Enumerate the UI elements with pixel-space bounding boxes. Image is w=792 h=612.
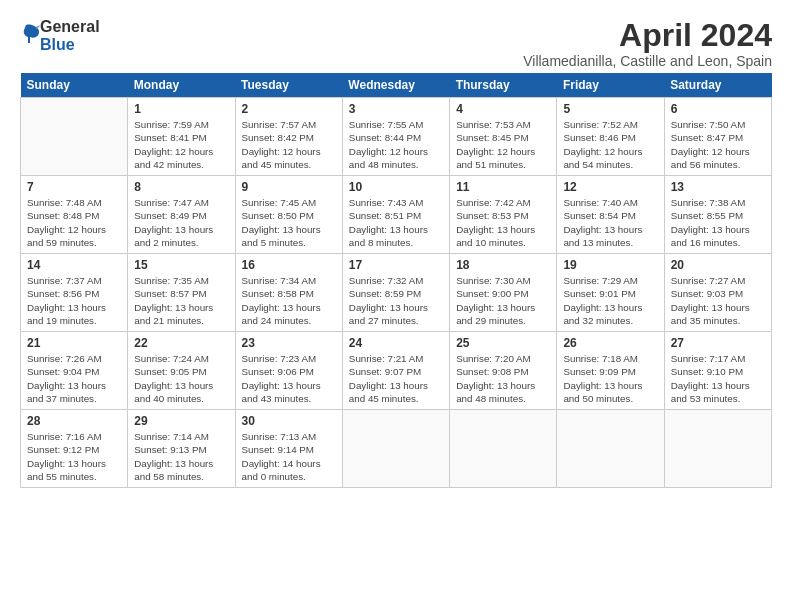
- calendar-cell: 15Sunrise: 7:35 AM Sunset: 8:57 PM Dayli…: [128, 254, 235, 332]
- day-number: 22: [134, 336, 228, 350]
- logo: General Blue: [20, 18, 100, 53]
- header-cell-saturday: Saturday: [664, 73, 771, 98]
- day-number: 7: [27, 180, 121, 194]
- week-row: 21Sunrise: 7:26 AM Sunset: 9:04 PM Dayli…: [21, 332, 772, 410]
- day-info: Sunrise: 7:14 AM Sunset: 9:13 PM Dayligh…: [134, 430, 228, 483]
- day-info: Sunrise: 7:43 AM Sunset: 8:51 PM Dayligh…: [349, 196, 443, 249]
- day-info: Sunrise: 7:13 AM Sunset: 9:14 PM Dayligh…: [242, 430, 336, 483]
- day-info: Sunrise: 7:17 AM Sunset: 9:10 PM Dayligh…: [671, 352, 765, 405]
- logo-bird-icon: [22, 23, 40, 45]
- day-number: 27: [671, 336, 765, 350]
- day-number: 11: [456, 180, 550, 194]
- calendar-cell: 24Sunrise: 7:21 AM Sunset: 9:07 PM Dayli…: [342, 332, 449, 410]
- day-info: Sunrise: 7:34 AM Sunset: 8:58 PM Dayligh…: [242, 274, 336, 327]
- title-section: April 2024 Villamedianilla, Castille and…: [523, 18, 772, 69]
- day-number: 12: [563, 180, 657, 194]
- header-cell-sunday: Sunday: [21, 73, 128, 98]
- day-info: Sunrise: 7:35 AM Sunset: 8:57 PM Dayligh…: [134, 274, 228, 327]
- header: General Blue April 2024 Villamedianilla,…: [20, 18, 772, 69]
- calendar-cell: 29Sunrise: 7:14 AM Sunset: 9:13 PM Dayli…: [128, 410, 235, 488]
- day-info: Sunrise: 7:59 AM Sunset: 8:41 PM Dayligh…: [134, 118, 228, 171]
- calendar-cell: 6Sunrise: 7:50 AM Sunset: 8:47 PM Daylig…: [664, 98, 771, 176]
- day-info: Sunrise: 7:52 AM Sunset: 8:46 PM Dayligh…: [563, 118, 657, 171]
- calendar-cell: [342, 410, 449, 488]
- day-number: 5: [563, 102, 657, 116]
- calendar-cell: 25Sunrise: 7:20 AM Sunset: 9:08 PM Dayli…: [450, 332, 557, 410]
- day-info: Sunrise: 7:26 AM Sunset: 9:04 PM Dayligh…: [27, 352, 121, 405]
- day-info: Sunrise: 7:48 AM Sunset: 8:48 PM Dayligh…: [27, 196, 121, 249]
- calendar-cell: 2Sunrise: 7:57 AM Sunset: 8:42 PM Daylig…: [235, 98, 342, 176]
- header-cell-monday: Monday: [128, 73, 235, 98]
- day-info: Sunrise: 7:47 AM Sunset: 8:49 PM Dayligh…: [134, 196, 228, 249]
- calendar-cell: 14Sunrise: 7:37 AM Sunset: 8:56 PM Dayli…: [21, 254, 128, 332]
- day-info: Sunrise: 7:45 AM Sunset: 8:50 PM Dayligh…: [242, 196, 336, 249]
- day-number: 26: [563, 336, 657, 350]
- day-number: 19: [563, 258, 657, 272]
- subtitle: Villamedianilla, Castille and Leon, Spai…: [523, 53, 772, 69]
- day-number: 15: [134, 258, 228, 272]
- calendar-cell: 20Sunrise: 7:27 AM Sunset: 9:03 PM Dayli…: [664, 254, 771, 332]
- day-number: 16: [242, 258, 336, 272]
- calendar-cell: 3Sunrise: 7:55 AM Sunset: 8:44 PM Daylig…: [342, 98, 449, 176]
- header-cell-thursday: Thursday: [450, 73, 557, 98]
- day-info: Sunrise: 7:50 AM Sunset: 8:47 PM Dayligh…: [671, 118, 765, 171]
- calendar-cell: 28Sunrise: 7:16 AM Sunset: 9:12 PM Dayli…: [21, 410, 128, 488]
- day-info: Sunrise: 7:38 AM Sunset: 8:55 PM Dayligh…: [671, 196, 765, 249]
- day-info: Sunrise: 7:18 AM Sunset: 9:09 PM Dayligh…: [563, 352, 657, 405]
- calendar-cell: 22Sunrise: 7:24 AM Sunset: 9:05 PM Dayli…: [128, 332, 235, 410]
- calendar-cell: [664, 410, 771, 488]
- calendar-cell: 7Sunrise: 7:48 AM Sunset: 8:48 PM Daylig…: [21, 176, 128, 254]
- day-number: 20: [671, 258, 765, 272]
- day-number: 30: [242, 414, 336, 428]
- calendar-cell: 26Sunrise: 7:18 AM Sunset: 9:09 PM Dayli…: [557, 332, 664, 410]
- calendar-cell: 27Sunrise: 7:17 AM Sunset: 9:10 PM Dayli…: [664, 332, 771, 410]
- calendar-cell: 30Sunrise: 7:13 AM Sunset: 9:14 PM Dayli…: [235, 410, 342, 488]
- calendar-cell: 23Sunrise: 7:23 AM Sunset: 9:06 PM Dayli…: [235, 332, 342, 410]
- day-info: Sunrise: 7:53 AM Sunset: 8:45 PM Dayligh…: [456, 118, 550, 171]
- header-cell-friday: Friday: [557, 73, 664, 98]
- day-number: 10: [349, 180, 443, 194]
- day-number: 2: [242, 102, 336, 116]
- calendar-cell: [21, 98, 128, 176]
- day-info: Sunrise: 7:37 AM Sunset: 8:56 PM Dayligh…: [27, 274, 121, 327]
- calendar-cell: 9Sunrise: 7:45 AM Sunset: 8:50 PM Daylig…: [235, 176, 342, 254]
- day-info: Sunrise: 7:27 AM Sunset: 9:03 PM Dayligh…: [671, 274, 765, 327]
- day-info: Sunrise: 7:57 AM Sunset: 8:42 PM Dayligh…: [242, 118, 336, 171]
- day-number: 18: [456, 258, 550, 272]
- day-number: 3: [349, 102, 443, 116]
- calendar-cell: 4Sunrise: 7:53 AM Sunset: 8:45 PM Daylig…: [450, 98, 557, 176]
- calendar-cell: 19Sunrise: 7:29 AM Sunset: 9:01 PM Dayli…: [557, 254, 664, 332]
- day-number: 17: [349, 258, 443, 272]
- day-info: Sunrise: 7:40 AM Sunset: 8:54 PM Dayligh…: [563, 196, 657, 249]
- day-number: 6: [671, 102, 765, 116]
- calendar-cell: [557, 410, 664, 488]
- day-number: 25: [456, 336, 550, 350]
- day-number: 1: [134, 102, 228, 116]
- day-number: 21: [27, 336, 121, 350]
- calendar-cell: 16Sunrise: 7:34 AM Sunset: 8:58 PM Dayli…: [235, 254, 342, 332]
- calendar-cell: 8Sunrise: 7:47 AM Sunset: 8:49 PM Daylig…: [128, 176, 235, 254]
- day-number: 4: [456, 102, 550, 116]
- week-row: 7Sunrise: 7:48 AM Sunset: 8:48 PM Daylig…: [21, 176, 772, 254]
- day-number: 29: [134, 414, 228, 428]
- header-row: SundayMondayTuesdayWednesdayThursdayFrid…: [21, 73, 772, 98]
- day-info: Sunrise: 7:21 AM Sunset: 9:07 PM Dayligh…: [349, 352, 443, 405]
- calendar-cell: 13Sunrise: 7:38 AM Sunset: 8:55 PM Dayli…: [664, 176, 771, 254]
- calendar-cell: 1Sunrise: 7:59 AM Sunset: 8:41 PM Daylig…: [128, 98, 235, 176]
- logo-general: General: [40, 18, 100, 36]
- calendar-cell: 17Sunrise: 7:32 AM Sunset: 8:59 PM Dayli…: [342, 254, 449, 332]
- day-info: Sunrise: 7:29 AM Sunset: 9:01 PM Dayligh…: [563, 274, 657, 327]
- day-info: Sunrise: 7:23 AM Sunset: 9:06 PM Dayligh…: [242, 352, 336, 405]
- day-number: 13: [671, 180, 765, 194]
- day-info: Sunrise: 7:30 AM Sunset: 9:00 PM Dayligh…: [456, 274, 550, 327]
- header-cell-wednesday: Wednesday: [342, 73, 449, 98]
- week-row: 28Sunrise: 7:16 AM Sunset: 9:12 PM Dayli…: [21, 410, 772, 488]
- day-number: 9: [242, 180, 336, 194]
- day-info: Sunrise: 7:55 AM Sunset: 8:44 PM Dayligh…: [349, 118, 443, 171]
- calendar-cell: [450, 410, 557, 488]
- page: General Blue April 2024 Villamedianilla,…: [0, 0, 792, 498]
- day-number: 8: [134, 180, 228, 194]
- calendar-cell: 10Sunrise: 7:43 AM Sunset: 8:51 PM Dayli…: [342, 176, 449, 254]
- logo-blue: Blue: [40, 36, 100, 54]
- day-number: 24: [349, 336, 443, 350]
